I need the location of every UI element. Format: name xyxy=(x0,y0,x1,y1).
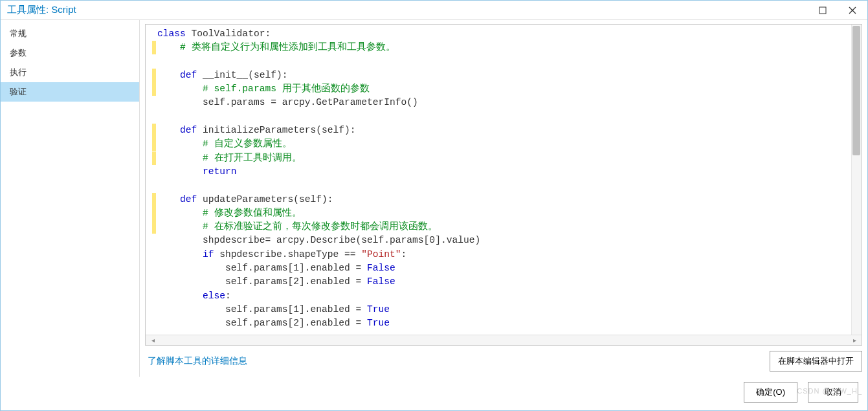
tool-properties-window: 工具属性: Script 常规 参数 执行 验证 ⇞ class ToolVal… xyxy=(0,0,868,411)
scroll-left-icon[interactable]: ◂ xyxy=(148,337,157,344)
sidebar: 常规 参数 执行 验证 xyxy=(1,20,140,377)
code-editor[interactable]: ⇞ class ToolValidator: # 类将自定义行为和属性添加到工具… xyxy=(145,24,862,346)
open-in-editor-button[interactable]: 在脚本编辑器中打开 xyxy=(770,351,862,372)
main-area: 常规 参数 执行 验证 ⇞ class ToolValidator: # 类将自… xyxy=(1,20,867,377)
sidebar-item-parameters[interactable]: 参数 xyxy=(1,43,139,63)
window-title: 工具属性: Script xyxy=(7,4,76,16)
svg-rect-0 xyxy=(819,7,826,14)
maximize-button[interactable] xyxy=(808,1,838,19)
code-text[interactable]: class ToolValidator: # 类将自定义行为和属性添加到工具和工… xyxy=(146,25,862,333)
learn-more-link[interactable]: 了解脚本工具的详细信息 xyxy=(145,355,247,367)
title-bar: 工具属性: Script xyxy=(1,1,867,20)
bottom-row: 了解脚本工具的详细信息 在脚本编辑器中打开 xyxy=(145,346,862,377)
footer: 确定(O) 取消 xyxy=(1,377,867,410)
maximize-icon xyxy=(819,6,827,14)
vertical-scrollbar-thumb[interactable] xyxy=(852,26,860,155)
code-scroll[interactable]: class ToolValidator: # 类将自定义行为和属性添加到工具和工… xyxy=(146,25,862,335)
vertical-scrollbar[interactable] xyxy=(851,25,862,335)
ok-button[interactable]: 确定(O) xyxy=(744,382,797,403)
sidebar-item-validation[interactable]: 验证 xyxy=(1,82,139,102)
close-icon xyxy=(849,6,856,14)
scroll-right-icon[interactable]: ▸ xyxy=(850,337,859,344)
sidebar-item-execution[interactable]: 执行 xyxy=(1,63,139,82)
content-area: ⇞ class ToolValidator: # 类将自定义行为和属性添加到工具… xyxy=(140,20,867,377)
horizontal-scrollbar[interactable]: ◂ ▸ xyxy=(146,335,862,345)
cancel-button[interactable]: 取消 xyxy=(808,382,858,403)
close-button[interactable] xyxy=(838,1,867,19)
window-controls xyxy=(808,1,867,19)
sidebar-item-general[interactable]: 常规 xyxy=(1,24,139,43)
